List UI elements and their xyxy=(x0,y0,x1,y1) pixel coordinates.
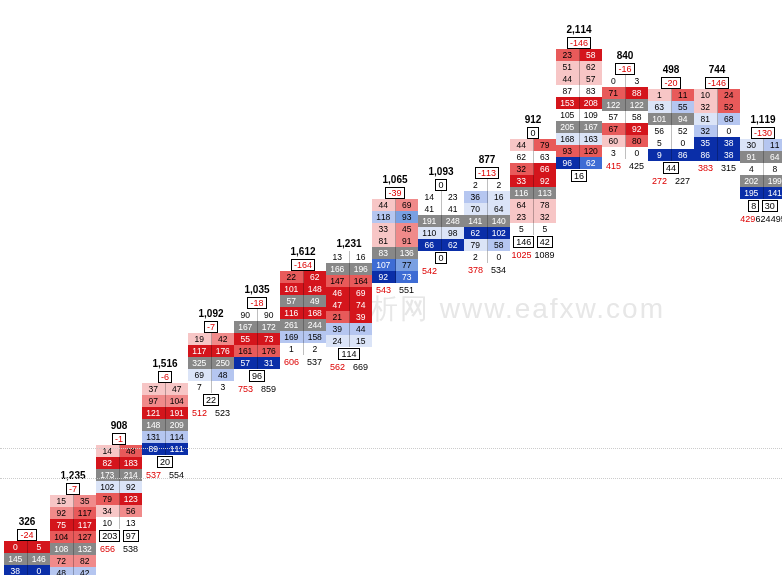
footprint-column: 1,119-13030119164482021991951418 3042962… xyxy=(740,114,782,575)
price-row: 3944 xyxy=(326,323,372,335)
price-row: 50 xyxy=(648,137,694,149)
footprint-column: 912044796263326633921161136478233255146 … xyxy=(510,114,556,575)
foot-box: 42 xyxy=(537,236,553,248)
price-row: 5731 xyxy=(234,357,280,369)
price-row: 4669 xyxy=(326,287,372,299)
column-foot: 753859 xyxy=(234,384,280,394)
price-row: 6478 xyxy=(510,199,556,211)
price-row: 2139 xyxy=(326,311,372,323)
column-foot: 415425 xyxy=(602,161,648,171)
price-row: 8168 xyxy=(694,113,740,125)
column-foot: 429624495 xyxy=(740,214,782,224)
column-total: 1,235 xyxy=(50,470,96,481)
delta-box: -18 xyxy=(247,297,266,309)
foot-box: 114 xyxy=(338,348,359,360)
price-row: 1942 xyxy=(188,333,234,345)
price-row: 2358 xyxy=(556,49,602,61)
footprint-column: 1,092-7194211717632525069487322512523 xyxy=(188,308,234,575)
delta-box: -1 xyxy=(112,433,126,445)
price-row: 7064 xyxy=(464,203,510,215)
price-row: 3345 xyxy=(372,223,418,235)
footprint-chart: 点差分析网 www.eafxw.com 326-2405145146380775… xyxy=(0,0,782,575)
price-row: 5749 xyxy=(280,295,326,307)
column-total: 744 xyxy=(694,64,740,75)
price-row: 205167 xyxy=(556,121,602,133)
foot-box: 30 xyxy=(762,200,778,212)
price-row: 2262 xyxy=(280,271,326,283)
price-row: 111 xyxy=(648,89,694,101)
price-row: 4457 xyxy=(556,73,602,85)
price-row: 121191 xyxy=(142,407,188,419)
column-foot: 10251089 xyxy=(510,250,556,260)
footprint-column: 1,516-6374797104121191148209131114891112… xyxy=(142,358,188,575)
price-row: 03 xyxy=(602,75,648,87)
footprint-column: 1,065-3944691189333458191831361077792735… xyxy=(372,174,418,575)
price-row: 2415 xyxy=(326,335,372,347)
price-row: 82183 xyxy=(96,457,142,469)
price-row: 8783 xyxy=(556,85,602,97)
column-total: 326 xyxy=(4,516,50,527)
price-row: 3616 xyxy=(464,191,510,203)
price-row: 10292 xyxy=(96,481,142,493)
price-row: 191248 xyxy=(418,215,464,227)
foot-box: 146 xyxy=(513,236,534,248)
column-total: 1,035 xyxy=(234,284,280,295)
column-total: 1,516 xyxy=(142,358,188,369)
price-row: 10194 xyxy=(648,113,694,125)
price-row: 148209 xyxy=(142,419,188,431)
price-row: 195141 xyxy=(740,187,782,199)
footprint-column: 1,23113161661961471644669477421393944241… xyxy=(326,238,372,575)
price-row: 62102 xyxy=(464,227,510,239)
footprint-column: 1,612-1642262101148574911616826124416915… xyxy=(280,246,326,575)
price-row: 30 xyxy=(602,147,648,159)
column-total: 840 xyxy=(602,50,648,61)
column-foot: 378534 xyxy=(464,265,510,275)
price-row: 6263 xyxy=(510,151,556,163)
price-row: 5758 xyxy=(602,111,648,123)
price-row: 141140 xyxy=(464,215,510,227)
price-row: 7188 xyxy=(602,87,648,99)
price-row: 1024 xyxy=(694,89,740,101)
foot-box: 20 xyxy=(157,456,173,468)
price-row: 93120 xyxy=(556,145,602,157)
foot-box: 97 xyxy=(123,530,139,542)
delta-box: -16 xyxy=(615,63,634,75)
delta-box: -20 xyxy=(661,77,680,89)
price-row: 153208 xyxy=(556,97,602,109)
delta-box: -7 xyxy=(66,483,80,495)
price-row: 9090 xyxy=(234,309,280,321)
column-total: 498 xyxy=(648,64,694,75)
price-row: 7958 xyxy=(464,239,510,251)
column-foot: 383315 xyxy=(694,163,740,173)
price-row: 9164 xyxy=(740,151,782,163)
price-row: 11893 xyxy=(372,211,418,223)
price-row: 79123 xyxy=(96,493,142,505)
column-total: 877 xyxy=(464,154,510,165)
price-row: 3456 xyxy=(96,505,142,517)
column-foot: 656538 xyxy=(96,544,142,554)
price-row: 3266 xyxy=(510,163,556,175)
price-row: 3538 xyxy=(694,137,740,149)
footprint-column: 326-240514514638077537 xyxy=(4,516,50,575)
column-foot: 512523 xyxy=(188,408,234,418)
price-row: 6080 xyxy=(602,135,648,147)
price-row: 9273 xyxy=(372,271,418,283)
price-row: 5162 xyxy=(556,61,602,73)
price-row: 116168 xyxy=(280,307,326,319)
delta-box: -164 xyxy=(291,259,315,271)
foot-box: 8 xyxy=(748,200,759,212)
price-row: 104127 xyxy=(50,531,96,543)
delta-box: -130 xyxy=(751,127,775,139)
price-row: 1013 xyxy=(96,517,142,529)
column-total: 1,231 xyxy=(326,238,372,249)
delta-box: -6 xyxy=(158,371,172,383)
price-row: 131114 xyxy=(142,431,188,443)
price-row: 83136 xyxy=(372,247,418,259)
column-total: 1,092 xyxy=(188,308,234,319)
price-row: 7282 xyxy=(50,555,96,567)
column-total: 1,093 xyxy=(418,166,464,177)
price-row: 325250 xyxy=(188,357,234,369)
price-row: 147164 xyxy=(326,275,372,287)
price-row: 6948 xyxy=(188,369,234,381)
column-total: 912 xyxy=(510,114,556,125)
